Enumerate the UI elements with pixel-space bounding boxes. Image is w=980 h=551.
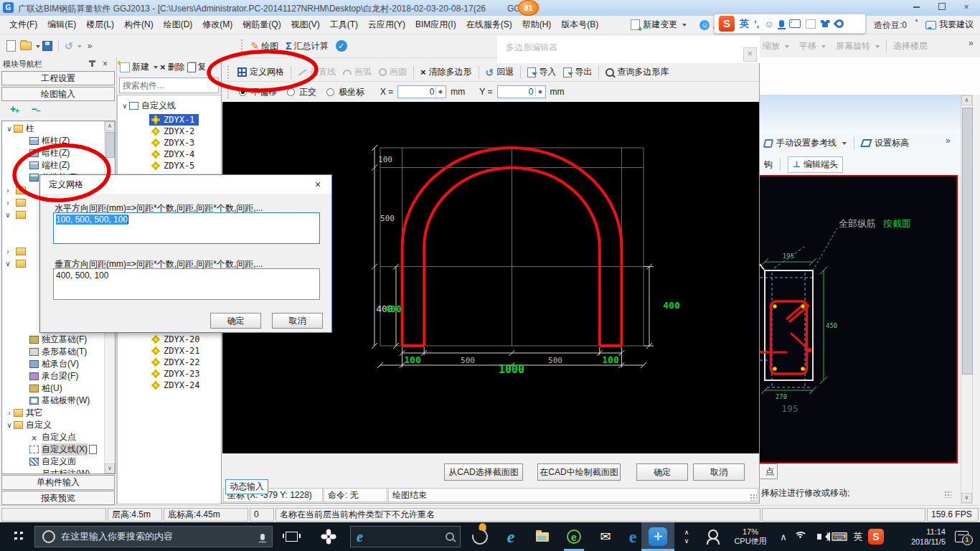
menu-item[interactable]: 修改(M) — [197, 16, 237, 34]
cost-beans-label[interactable]: 造价豆:0 — [874, 19, 907, 32]
radio-polar[interactable] — [326, 88, 334, 96]
component-list-item[interactable]: ZDYX-5 — [118, 160, 221, 171]
dialog-ok-button[interactable]: 确定 — [210, 313, 261, 329]
project-settings-button[interactable]: 工程设置 — [1, 71, 115, 85]
undo-step-button[interactable]: 回退 — [496, 66, 514, 78]
report-preview-button[interactable]: 报表预览 — [1, 491, 115, 505]
touch-keyboard-button[interactable]: ⌨ — [829, 522, 849, 551]
copy-component-button[interactable]: 复 — [198, 61, 207, 73]
browser360-app-button[interactable]: e — [560, 522, 588, 551]
polygon-editor-close-icon[interactable]: × — [743, 47, 757, 62]
ime-mic-button[interactable] — [779, 20, 784, 27]
browser-search-band[interactable]: e — [350, 526, 461, 547]
cpu-meter[interactable]: 17% CPU使用 — [729, 522, 772, 551]
tree-item[interactable]: 框柱(Z) — [4, 135, 103, 147]
toolbar-overflow-right-icon[interactable]: » — [969, 38, 974, 48]
polygon-editor-titlebar[interactable]: 多边形编辑器 × — [497, 36, 760, 63]
save-icon[interactable] — [42, 41, 52, 51]
scroll-down-icon[interactable]: ∨ — [105, 463, 115, 474]
menu-item[interactable]: 云应用(Y) — [363, 16, 410, 34]
tray-expand-button[interactable]: ∧ — [775, 522, 792, 551]
delete-component-button[interactable]: 删除 — [168, 61, 185, 73]
tree-item[interactable]: ∨ 柱 — [4, 123, 103, 135]
menu-item[interactable]: 帮助(H) — [517, 16, 557, 34]
open-dropdown-icon[interactable] — [36, 45, 40, 50]
draw-mode-button[interactable]: 绘图 — [261, 40, 278, 52]
scroll-thumb[interactable] — [962, 108, 973, 375]
scroll-thumb[interactable] — [105, 132, 115, 158]
cloud-check-icon[interactable]: ✓ — [336, 40, 347, 52]
scroll-down-icon[interactable]: ∨ — [961, 493, 972, 503]
import-button[interactable]: 导入 — [539, 66, 556, 78]
new-component-button[interactable]: 新建 — [132, 61, 149, 73]
suggest-button[interactable]: 我要建议 — [925, 19, 974, 31]
radio-no-offset[interactable] — [239, 88, 247, 96]
menu-item[interactable]: 绘图(D) — [159, 16, 198, 34]
section-toolbar-overflow[interactable]: » — [946, 136, 951, 146]
tree-item[interactable]: 自定义面 — [4, 456, 103, 468]
menu-item[interactable]: 文件(F) — [4, 16, 42, 34]
ime-indicator[interactable]: 英 — [849, 522, 867, 551]
glodon-app-button[interactable]: ✛ — [641, 522, 674, 551]
people-button[interactable] — [699, 522, 727, 551]
component-search-input[interactable] — [119, 77, 219, 93]
ime-settings-button[interactable] — [833, 18, 845, 30]
component-list-item[interactable]: ZDYX-1 — [118, 114, 221, 126]
set-elevation-button[interactable]: 设置标高 — [875, 137, 909, 149]
ime-punct-button[interactable]: ’, — [754, 19, 759, 29]
ime-grid-button[interactable] — [806, 19, 816, 29]
tree-item[interactable]: 暗柱(Z) — [4, 147, 103, 159]
new-change-button[interactable]: 新建变更 — [631, 19, 687, 31]
draw-input-button[interactable]: 绘图输入 — [1, 87, 115, 101]
horizontal-spacing-input[interactable]: 100, 500, 500, 100 — [53, 212, 320, 244]
component-list-item[interactable]: ZDYX-23 — [118, 368, 221, 380]
ie-app-button[interactable]: e — [496, 522, 525, 551]
tree-item[interactable]: 条形基础(T) — [4, 346, 103, 358]
draw-section-in-cad-button[interactable]: 在CAD中绘制截面图 — [537, 463, 621, 481]
draw-circle-button[interactable]: 画圆 — [390, 66, 407, 78]
scroll-up-icon[interactable]: ∧ — [961, 95, 972, 105]
sogou-logo-icon[interactable]: S — [719, 16, 735, 32]
draw-arc-button[interactable]: 画弧 — [354, 66, 372, 78]
360-app-button[interactable] — [466, 522, 494, 551]
query-library-button[interactable]: 查询多边形库 — [617, 66, 669, 78]
component-list-item[interactable]: ZDYX-2 — [118, 126, 221, 137]
open-file-icon[interactable] — [20, 42, 32, 50]
tree-item[interactable]: ∨ 自定义 — [4, 419, 103, 431]
menu-item[interactable]: 楼层(L) — [81, 16, 119, 34]
tree-item[interactable]: 独立基础(F) — [4, 334, 103, 346]
menu-item[interactable]: 工具(T) — [325, 16, 363, 34]
taskbar-scroll-buttons[interactable]: ∧ ∨ — [677, 522, 696, 551]
scroll-up-icon[interactable]: ∧ — [105, 121, 115, 131]
undo-icon[interactable]: ↺ — [65, 40, 73, 52]
component-list-item[interactable]: ZDYX-3 — [118, 137, 221, 149]
volume-button[interactable] — [809, 522, 829, 551]
tree-item[interactable]: 桩承台(V) — [4, 358, 103, 370]
edit-end-button[interactable]: ⊥ 编辑端头 — [788, 156, 843, 173]
maximize-button[interactable] — [933, 1, 951, 14]
collapse-all-icon[interactable]: −₋ — [32, 103, 40, 115]
toolbar-overflow-icon[interactable]: » — [88, 41, 93, 51]
undo-dropdown-icon[interactable] — [77, 45, 82, 50]
right-scrollbar[interactable]: ∧ ∨ — [961, 95, 973, 504]
taskbar-mic-icon[interactable] — [260, 534, 265, 540]
select-section-from-cad-button[interactable]: 从CAD选择截面图 — [444, 463, 523, 481]
vertical-spacing-input[interactable]: 400, 500, 100 — [53, 268, 320, 300]
single-component-button[interactable]: 单构件输入 — [1, 475, 115, 490]
menu-item[interactable]: 钢筋量(Q) — [237, 16, 286, 34]
mail-app-button[interactable]: ✉ — [591, 522, 620, 551]
draw-line-button[interactable]: 画直线 — [310, 66, 336, 78]
component-list-item[interactable]: ZDYX-20 — [118, 334, 221, 345]
define-grid-button[interactable]: 定义网格 — [250, 66, 284, 78]
select-floor-button[interactable]: 选择楼层 — [893, 40, 928, 52]
y-spinner[interactable] — [535, 87, 545, 97]
ime-keyboard-button[interactable] — [789, 19, 801, 28]
dynamic-input-button[interactable]: 动态输入 — [225, 479, 268, 494]
sogou-tray-button[interactable]: S — [865, 522, 887, 551]
ime-lang-button[interactable]: 英 — [740, 17, 749, 30]
component-list-item[interactable]: ZDYX-22 — [118, 357, 221, 368]
menu-item[interactable]: 在线服务(S) — [461, 16, 517, 34]
clear-polygon-button[interactable]: 清除多边形 — [429, 66, 472, 78]
y-coordinate-input[interactable]: 0 — [497, 85, 546, 98]
tree-item[interactable]: 自定义线(X) — [4, 443, 103, 456]
